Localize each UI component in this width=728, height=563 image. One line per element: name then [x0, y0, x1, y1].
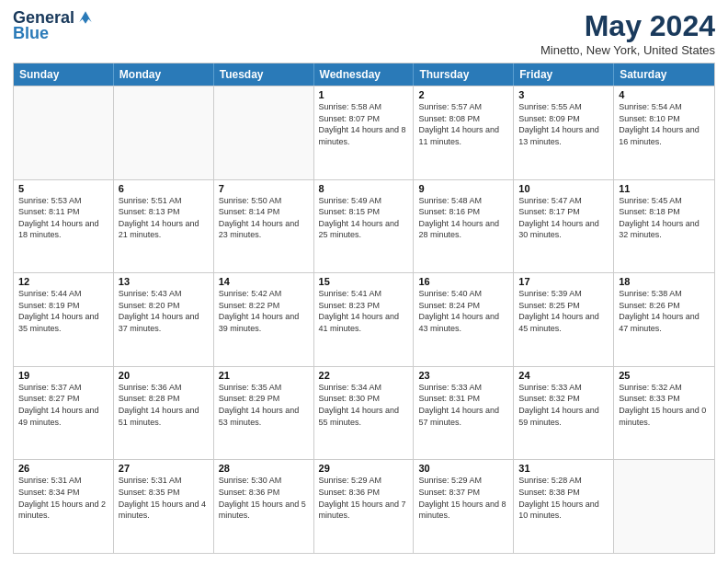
day-cell-29: 29Sunrise: 5:29 AMSunset: 8:36 PMDayligh…: [314, 460, 415, 553]
day-cell-13: 13Sunrise: 5:43 AMSunset: 8:20 PMDayligh…: [114, 273, 214, 366]
day-info: Sunrise: 5:31 AMSunset: 8:35 PMDaylight …: [119, 475, 209, 521]
day-number: 19: [18, 370, 108, 381]
header-cell-monday: Monday: [114, 63, 214, 86]
day-info: Sunrise: 5:29 AMSunset: 8:36 PMDaylight …: [319, 475, 409, 521]
day-number: 21: [219, 370, 309, 381]
empty-cell: [614, 460, 714, 553]
day-cell-11: 11Sunrise: 5:45 AMSunset: 8:18 PMDayligh…: [614, 180, 714, 273]
day-cell-10: 10Sunrise: 5:47 AMSunset: 8:17 PMDayligh…: [514, 180, 614, 273]
day-number: 6: [119, 183, 209, 194]
day-info: Sunrise: 5:55 AMSunset: 8:09 PMDaylight …: [518, 101, 609, 147]
day-number: 27: [119, 463, 209, 474]
day-info: Sunrise: 5:39 AMSunset: 8:25 PMDaylight …: [518, 288, 609, 334]
day-cell-30: 30Sunrise: 5:29 AMSunset: 8:37 PMDayligh…: [414, 460, 514, 553]
day-info: Sunrise: 5:37 AMSunset: 8:27 PMDaylight …: [18, 382, 108, 428]
day-number: 2: [418, 89, 508, 100]
day-info: Sunrise: 5:54 AMSunset: 8:10 PMDaylight …: [619, 101, 710, 147]
day-number: 8: [319, 183, 409, 194]
day-info: Sunrise: 5:50 AMSunset: 8:14 PMDaylight …: [219, 195, 309, 241]
day-info: Sunrise: 5:35 AMSunset: 8:29 PMDaylight …: [219, 382, 309, 428]
day-info: Sunrise: 5:29 AMSunset: 8:37 PMDaylight …: [418, 475, 508, 521]
day-info: Sunrise: 5:44 AMSunset: 8:19 PMDaylight …: [18, 288, 108, 334]
day-cell-21: 21Sunrise: 5:35 AMSunset: 8:29 PMDayligh…: [214, 367, 314, 460]
day-number: 25: [619, 370, 710, 381]
day-number: 16: [418, 276, 508, 287]
day-number: 1: [319, 89, 409, 100]
day-cell-31: 31Sunrise: 5:28 AMSunset: 8:38 PMDayligh…: [514, 460, 614, 553]
day-number: 7: [219, 183, 309, 194]
empty-cell: [14, 86, 114, 179]
day-cell-17: 17Sunrise: 5:39 AMSunset: 8:25 PMDayligh…: [514, 273, 614, 366]
day-cell-28: 28Sunrise: 5:30 AMSunset: 8:36 PMDayligh…: [214, 460, 314, 553]
day-info: Sunrise: 5:53 AMSunset: 8:11 PMDaylight …: [18, 195, 108, 241]
day-cell-24: 24Sunrise: 5:33 AMSunset: 8:32 PMDayligh…: [514, 367, 614, 460]
day-number: 14: [219, 276, 309, 287]
day-cell-18: 18Sunrise: 5:38 AMSunset: 8:26 PMDayligh…: [614, 273, 714, 366]
header: General Blue May 2024 Minetto, New York,…: [13, 9, 715, 57]
calendar-week-3: 12Sunrise: 5:44 AMSunset: 8:19 PMDayligh…: [14, 272, 714, 366]
header-cell-thursday: Thursday: [414, 63, 514, 86]
day-number: 13: [119, 276, 209, 287]
day-number: 9: [418, 183, 508, 194]
day-cell-20: 20Sunrise: 5:36 AMSunset: 8:28 PMDayligh…: [114, 367, 214, 460]
calendar-header: SundayMondayTuesdayWednesdayThursdayFrid…: [14, 63, 714, 86]
header-cell-friday: Friday: [514, 63, 614, 86]
day-info: Sunrise: 5:33 AMSunset: 8:32 PMDaylight …: [518, 382, 609, 428]
calendar-title: May 2024: [540, 9, 715, 43]
day-info: Sunrise: 5:32 AMSunset: 8:33 PMDaylight …: [619, 382, 710, 428]
day-info: Sunrise: 5:30 AMSunset: 8:36 PMDaylight …: [219, 475, 309, 521]
day-number: 22: [319, 370, 409, 381]
day-number: 10: [518, 183, 609, 194]
svg-marker-0: [79, 11, 91, 23]
day-cell-14: 14Sunrise: 5:42 AMSunset: 8:22 PMDayligh…: [214, 273, 314, 366]
logo: General Blue: [13, 9, 95, 43]
day-info: Sunrise: 5:51 AMSunset: 8:13 PMDaylight …: [119, 195, 209, 241]
day-number: 20: [119, 370, 209, 381]
calendar-week-2: 5Sunrise: 5:53 AMSunset: 8:11 PMDaylight…: [14, 179, 714, 273]
calendar-body: 1Sunrise: 5:58 AMSunset: 8:07 PMDaylight…: [14, 86, 714, 553]
day-cell-2: 2Sunrise: 5:57 AMSunset: 8:08 PMDaylight…: [414, 86, 514, 179]
day-number: 5: [18, 183, 108, 194]
day-info: Sunrise: 5:40 AMSunset: 8:24 PMDaylight …: [418, 288, 508, 334]
day-cell-26: 26Sunrise: 5:31 AMSunset: 8:34 PMDayligh…: [14, 460, 114, 553]
day-info: Sunrise: 5:43 AMSunset: 8:20 PMDaylight …: [119, 288, 209, 334]
day-number: 31: [518, 463, 609, 474]
day-number: 3: [518, 89, 609, 100]
day-number: 18: [619, 276, 710, 287]
day-cell-23: 23Sunrise: 5:33 AMSunset: 8:31 PMDayligh…: [414, 367, 514, 460]
calendar-subtitle: Minetto, New York, United States: [540, 43, 715, 57]
day-cell-12: 12Sunrise: 5:44 AMSunset: 8:19 PMDayligh…: [14, 273, 114, 366]
day-cell-25: 25Sunrise: 5:32 AMSunset: 8:33 PMDayligh…: [614, 367, 714, 460]
header-cell-wednesday: Wednesday: [314, 63, 415, 86]
day-info: Sunrise: 5:34 AMSunset: 8:30 PMDaylight …: [319, 382, 409, 428]
header-cell-sunday: Sunday: [14, 63, 114, 86]
header-cell-saturday: Saturday: [614, 63, 714, 86]
page: General Blue May 2024 Minetto, New York,…: [0, 0, 728, 563]
calendar: SundayMondayTuesdayWednesdayThursdayFrid…: [13, 63, 715, 554]
day-cell-27: 27Sunrise: 5:31 AMSunset: 8:35 PMDayligh…: [114, 460, 214, 553]
day-number: 30: [418, 463, 508, 474]
day-cell-3: 3Sunrise: 5:55 AMSunset: 8:09 PMDaylight…: [514, 86, 614, 179]
day-cell-7: 7Sunrise: 5:50 AMSunset: 8:14 PMDaylight…: [214, 180, 314, 273]
day-number: 12: [18, 276, 108, 287]
day-number: 15: [319, 276, 409, 287]
day-number: 29: [319, 463, 409, 474]
title-block: May 2024 Minetto, New York, United State…: [540, 9, 715, 57]
day-info: Sunrise: 5:38 AMSunset: 8:26 PMDaylight …: [619, 288, 710, 334]
day-cell-15: 15Sunrise: 5:41 AMSunset: 8:23 PMDayligh…: [314, 273, 415, 366]
calendar-week-5: 26Sunrise: 5:31 AMSunset: 8:34 PMDayligh…: [14, 459, 714, 553]
day-number: 11: [619, 183, 710, 194]
day-number: 24: [518, 370, 609, 381]
day-number: 23: [418, 370, 508, 381]
header-cell-tuesday: Tuesday: [214, 63, 314, 86]
day-info: Sunrise: 5:48 AMSunset: 8:16 PMDaylight …: [418, 195, 508, 241]
day-info: Sunrise: 5:36 AMSunset: 8:28 PMDaylight …: [119, 382, 209, 428]
day-cell-8: 8Sunrise: 5:49 AMSunset: 8:15 PMDaylight…: [314, 180, 415, 273]
day-number: 28: [219, 463, 309, 474]
day-info: Sunrise: 5:42 AMSunset: 8:22 PMDaylight …: [219, 288, 309, 334]
logo-icon: [76, 8, 95, 27]
calendar-week-1: 1Sunrise: 5:58 AMSunset: 8:07 PMDaylight…: [14, 86, 714, 179]
day-cell-19: 19Sunrise: 5:37 AMSunset: 8:27 PMDayligh…: [14, 367, 114, 460]
day-info: Sunrise: 5:28 AMSunset: 8:38 PMDaylight …: [518, 475, 609, 521]
day-info: Sunrise: 5:57 AMSunset: 8:08 PMDaylight …: [418, 101, 508, 147]
